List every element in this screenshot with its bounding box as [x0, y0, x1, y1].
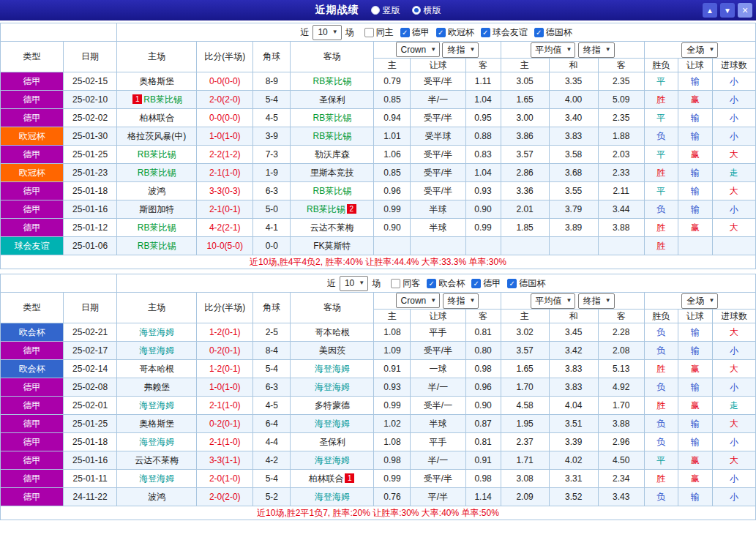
- checkbox-checked-icon[interactable]: ✓: [481, 28, 490, 37]
- checkbox-checked-icon[interactable]: ✓: [507, 279, 517, 288]
- average-select[interactable]: 平均值 ▼: [531, 42, 576, 58]
- chevron-down-icon: ▼: [605, 298, 611, 304]
- away-odds: 0.96: [465, 378, 501, 397]
- move-up-button[interactable]: ▲: [703, 3, 717, 18]
- match-date: 25-01-06: [64, 237, 117, 255]
- home-team[interactable]: 柏林联合: [117, 109, 197, 127]
- home-team[interactable]: 奥格斯堡: [117, 415, 197, 433]
- avg-home-odds: 1.71: [501, 451, 549, 470]
- away-team[interactable]: RB莱比锡: [291, 72, 374, 91]
- away-team[interactable]: 多特蒙德: [291, 397, 374, 415]
- away-team[interactable]: 海登海姆: [291, 415, 374, 433]
- home-team[interactable]: 弗赖堡: [117, 378, 197, 397]
- home-team[interactable]: 1RB莱比锡: [117, 91, 197, 109]
- recent-count-select[interactable]: 10 ▼: [312, 25, 341, 40]
- checkbox-checked-icon[interactable]: ✓: [400, 28, 410, 37]
- home-team[interactable]: 格拉茨风暴(中): [117, 127, 197, 146]
- away-team[interactable]: RB莱比锡: [291, 182, 374, 200]
- home-team[interactable]: 海登海姆: [117, 470, 197, 488]
- home-team[interactable]: RB莱比锡: [117, 146, 197, 164]
- away-team[interactable]: 海登海姆: [291, 360, 374, 378]
- corner-score: 3-9: [253, 127, 291, 146]
- match-score: 2-1(1-0): [197, 164, 253, 182]
- away-team[interactable]: FK莫斯特: [291, 237, 374, 255]
- home-team[interactable]: 哥本哈根: [117, 360, 197, 378]
- recent-label: 近: [327, 277, 336, 290]
- away-team[interactable]: 海登海姆: [291, 451, 374, 470]
- away-team[interactable]: 圣保利: [291, 91, 374, 109]
- home-team[interactable]: RB莱比锡: [117, 219, 197, 237]
- layout-radio-vertical[interactable]: 竖版: [371, 4, 400, 17]
- average-select[interactable]: 平均值 ▼: [531, 293, 576, 309]
- subcol-avg-home: 主: [501, 310, 549, 323]
- home-team[interactable]: 海登海姆: [117, 397, 197, 415]
- away-team[interactable]: RB莱比锡2: [291, 200, 374, 219]
- checkbox-checked-icon[interactable]: ✓: [427, 279, 436, 288]
- result-handicap: 赢: [678, 146, 712, 164]
- away-team[interactable]: 勒沃库森: [291, 146, 374, 164]
- bookmaker-select[interactable]: Crown ▼: [396, 42, 441, 57]
- away-team[interactable]: 哥本哈根: [291, 323, 374, 342]
- average-stage-select[interactable]: 终指 ▼: [578, 42, 615, 58]
- away-team[interactable]: RB莱比锡: [291, 109, 374, 127]
- away-team[interactable]: 柏林联合1: [291, 470, 374, 488]
- match-date: 25-02-21: [64, 323, 117, 342]
- avg-home-odds: 1.65: [501, 91, 549, 109]
- result-outcome: 平: [644, 451, 678, 470]
- checkbox-checked-icon[interactable]: ✓: [471, 279, 481, 288]
- away-team[interactable]: 里斯本竞技: [291, 164, 374, 182]
- team-label: 海登海姆: [315, 492, 350, 502]
- recent-count-select[interactable]: 10 ▼: [340, 276, 368, 291]
- bookmaker-select[interactable]: Crown ▼: [396, 293, 441, 308]
- match-type-badge: 德甲: [1, 72, 64, 91]
- result-goals: 小: [712, 91, 755, 109]
- close-button[interactable]: ×: [738, 3, 752, 18]
- average-stage-select[interactable]: 终指 ▼: [578, 293, 615, 309]
- col-date: 日期: [64, 42, 117, 72]
- home-team[interactable]: 波鸿: [117, 488, 197, 506]
- home-team[interactable]: 海登海姆: [117, 323, 197, 342]
- filter-checkbox-label: 同客: [403, 277, 420, 290]
- away-odds: 0.98: [465, 360, 501, 378]
- home-team[interactable]: RB莱比锡: [117, 164, 197, 182]
- bookmaker-value: Crown: [401, 45, 427, 55]
- subcol-avg-away: 客: [598, 310, 644, 323]
- team-label: RB莱比锡: [138, 222, 176, 233]
- avg-draw-odds: 3.79: [549, 200, 598, 219]
- match-score: 2-2(1-2): [197, 146, 253, 164]
- home-odds: 1.02: [374, 415, 411, 433]
- away-team[interactable]: RB莱比锡: [291, 127, 374, 146]
- move-down-button[interactable]: ▼: [720, 3, 735, 18]
- home-team[interactable]: 海登海姆: [117, 342, 197, 360]
- match-type-badge: 欧会杯: [1, 323, 64, 342]
- home-team[interactable]: 波鸿: [117, 182, 197, 200]
- scope-select[interactable]: 全场 ▼: [681, 42, 718, 58]
- away-team[interactable]: 美因茨: [291, 342, 374, 360]
- result-outcome: 胜: [644, 91, 678, 109]
- scope-value: 全场: [686, 44, 704, 56]
- away-team[interactable]: 海登海姆: [291, 488, 374, 506]
- checkbox-checked-icon[interactable]: ✓: [534, 28, 544, 37]
- checkbox-unchecked-icon[interactable]: [364, 28, 374, 37]
- avg-home-odds: 2.86: [501, 164, 549, 182]
- home-team[interactable]: 云达不莱梅: [117, 451, 197, 470]
- layout-radio-horizontal[interactable]: 横版: [412, 4, 441, 17]
- team-label: RB莱比锡: [138, 168, 176, 178]
- away-team[interactable]: 海登海姆: [291, 378, 374, 397]
- away-team[interactable]: 云达不莱梅: [291, 219, 374, 237]
- away-team[interactable]: 圣保利: [291, 433, 374, 451]
- home-team[interactable]: 奥格斯堡: [117, 72, 197, 91]
- odds-stage-select[interactable]: 终指 ▼: [442, 42, 479, 58]
- avg-draw-odds: 3.45: [549, 323, 598, 342]
- match-date: 25-01-16: [64, 200, 117, 219]
- avg-draw-odds: 3.42: [549, 342, 598, 360]
- home-team[interactable]: 斯图加特: [117, 200, 197, 219]
- team-label: 圣保利: [319, 437, 345, 447]
- scope-select[interactable]: 全场 ▼: [681, 293, 718, 309]
- match-date: 25-01-25: [64, 415, 117, 433]
- home-team[interactable]: 海登海姆: [117, 433, 197, 451]
- checkbox-unchecked-icon[interactable]: [391, 279, 400, 288]
- home-team[interactable]: RB莱比锡: [117, 237, 197, 255]
- checkbox-checked-icon[interactable]: ✓: [436, 28, 446, 37]
- odds-stage-select[interactable]: 终指 ▼: [443, 293, 479, 309]
